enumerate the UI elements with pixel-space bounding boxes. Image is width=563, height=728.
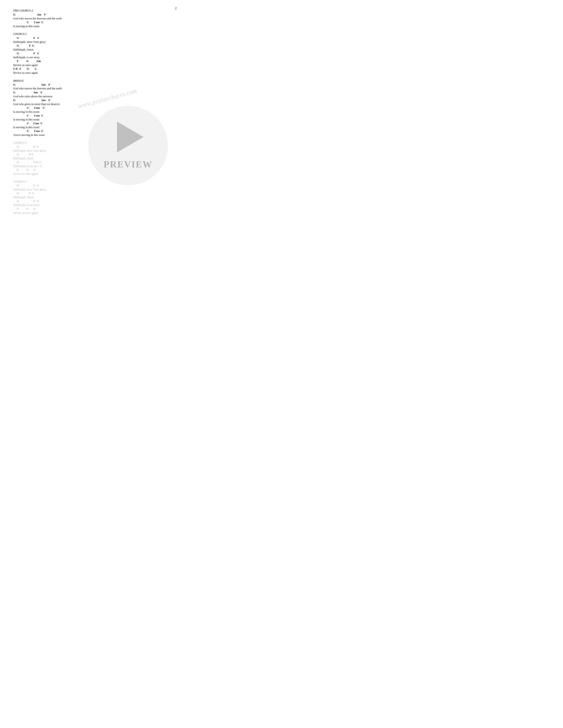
lyric-line: Hallelujah, is our story	[13, 55, 174, 59]
chord-line: C Csus C	[13, 114, 174, 118]
lyric-line: Revive us once again	[13, 63, 174, 67]
section-chorus-4: CHORUS 4 G F CHallelujah, show Your glor…	[13, 180, 174, 215]
lyric-line: Revive us once again	[13, 172, 174, 176]
lyric-line: God who moves the heavens and the earth	[13, 86, 174, 90]
chord-line: G Am F	[13, 83, 174, 87]
chord-line: C Csus C	[13, 106, 174, 110]
chord-line: G Am F	[13, 13, 174, 17]
section-label: CHORUS 3	[13, 141, 174, 144]
chord-line: G F C	[13, 199, 174, 203]
chord-line: G F C	[13, 36, 174, 40]
lyric-line: Hallelujah, Amen	[13, 156, 174, 160]
lyric-line: Hallelujah, show Your glory	[13, 188, 174, 191]
lyric-line: God who rules above the universe	[13, 94, 174, 98]
chord-line: F G C	[13, 207, 174, 211]
chord-line: G F C	[13, 145, 174, 149]
section-chorus-3: CHORUS 3 G F CHallelujah, show Your glor…	[13, 141, 174, 176]
chord-line: C Csus C	[13, 21, 174, 24]
lyric-line: Revive us once again	[13, 211, 174, 215]
chord-line: G Am F	[13, 91, 174, 94]
chord-line: F G C	[13, 168, 174, 172]
lyric-line: Hallelujah, show Your glory	[13, 149, 174, 153]
lyric-line: Is moving in this room	[13, 110, 174, 114]
lyric-line: Hallelujah, Amen	[13, 48, 174, 52]
section-label: CHORUS 4	[13, 180, 174, 183]
lyric-line: God who gives us more than we deserve	[13, 102, 174, 106]
chord-line: G F C	[13, 184, 174, 188]
chord-line: C Csus C	[13, 122, 174, 125]
lyric-line: You're moving in this room	[13, 133, 174, 137]
lyric-line: Is moving in this room	[13, 125, 174, 129]
chord-line: G F C	[13, 52, 174, 55]
lyric-line: Hallelujah, is our sto - ry	[13, 164, 174, 168]
section-label: PRE-CHORUS 2	[13, 9, 174, 12]
chord-line: G F/C	[13, 153, 174, 156]
lyric-line: Hallelujah, is our story	[13, 203, 174, 207]
lyric-line: Hallelujah, Amen	[13, 195, 174, 199]
section-chorus-2: CHORUS 2 G F CHallelujah, show Your glor…	[13, 32, 174, 75]
chord-line: C Csus C	[13, 129, 174, 133]
chord-line: F G Am	[13, 59, 174, 63]
page-number: 2	[175, 7, 177, 10]
chord-line: C/E F G C	[13, 67, 174, 71]
chord-line: G F C	[13, 191, 174, 195]
section-pre-chorus-2: PRE-CHORUS 2G Am FGod who moves the heav…	[13, 9, 174, 28]
chord-line: G F/A C	[13, 160, 174, 164]
lyric-line: Is moving in this room	[13, 24, 174, 28]
lyric-line: Is moving in this room	[13, 118, 174, 122]
chord-line: G Am F	[13, 98, 174, 102]
section-label: CHORUS 2	[13, 32, 174, 36]
section-bridge: BRIDGEG Am FGod who moves the heavens an…	[13, 79, 174, 137]
lyric-line: Hallelujah, show Your glory	[13, 40, 174, 44]
lyric-line: Revive us once again	[13, 71, 174, 75]
lyric-line: God who moves the heavens and the earth	[13, 17, 174, 21]
section-label: BRIDGE	[13, 79, 174, 83]
chord-line: G F C	[13, 44, 174, 48]
